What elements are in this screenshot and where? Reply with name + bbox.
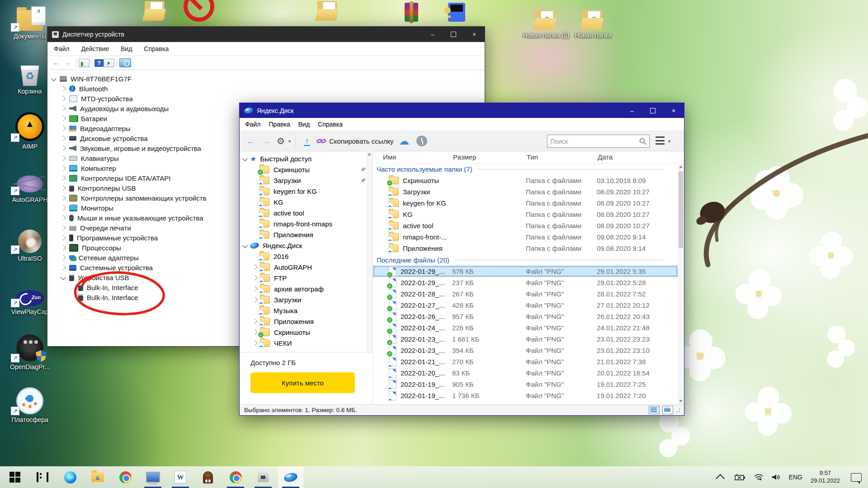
chevron-expanded-icon[interactable] [51, 76, 56, 81]
autograph-app[interactable] [195, 466, 221, 488]
input-panel-app[interactable] [30, 466, 55, 488]
menu-Вид[interactable]: Вид [121, 45, 132, 52]
help-button[interactable] [94, 59, 104, 67]
close-button[interactable]: × [663, 103, 684, 118]
desktop-icon-top[interactable] [302, 0, 354, 21]
folder-row[interactable]: ☁keygen for KGПапка с файлами08.09.2020 … [373, 197, 678, 209]
chevron-collapsed-icon[interactable] [61, 215, 66, 220]
file-row[interactable]: ✓2022-01-23_...394 КБФайл "PNG"23.01.202… [373, 345, 678, 356]
maximize-button[interactable] [443, 27, 464, 42]
sidebar-item[interactable]: ☁Приложения [240, 316, 373, 327]
scroll-up-icon[interactable] [368, 153, 371, 155]
tray-expand-chevron-icon[interactable] [716, 474, 725, 483]
chevron-collapsed-icon[interactable] [252, 264, 257, 269]
battery-icon[interactable] [735, 474, 745, 480]
desktop-icon-platosfera[interactable]: ↗Платосфера [4, 386, 56, 423]
chevron-collapsed-icon[interactable] [61, 136, 66, 141]
folder-row[interactable]: ☁KGПапка с файлами08.09.2020 10:27 [373, 209, 678, 220]
resize-grip[interactable] [676, 408, 680, 413]
sidebar-item[interactable]: ☁Музыка [240, 305, 373, 316]
clock[interactable]: 9:57 29.01.2022 [811, 469, 840, 485]
chevron-collapsed-icon[interactable] [61, 265, 66, 270]
chevron-collapsed-icon[interactable] [61, 145, 66, 150]
keyboard-language-indicator[interactable]: ENG [789, 474, 802, 481]
chevron-collapsed-icon[interactable] [61, 235, 66, 240]
action-window-button[interactable] [104, 59, 114, 67]
wifi-icon[interactable] [754, 474, 764, 481]
sidebar-item[interactable]: ✓Скриншоты [240, 164, 373, 175]
chevron-collapsed-icon[interactable] [252, 297, 257, 302]
chevron-collapsed-icon[interactable] [61, 255, 66, 260]
menu-Действие[interactable]: Действие [81, 45, 109, 52]
speaker-icon[interactable] [772, 474, 781, 481]
chevron-collapsed-icon[interactable] [61, 155, 66, 160]
file-row[interactable]: ✓2022-01-23_...1 681 КБФайл "PNG"23.01.2… [373, 333, 678, 345]
forward-button[interactable]: → [259, 136, 274, 146]
collapse-chevron-icon[interactable] [668, 258, 672, 262]
view-mode-caret-icon[interactable]: ▾ [668, 139, 670, 144]
scroll-down-icon[interactable] [679, 400, 683, 403]
yandex-disk-app[interactable] [278, 466, 303, 488]
chrome-browser[interactable] [113, 466, 138, 488]
chevron-collapsed-icon[interactable] [61, 86, 66, 91]
file-row[interactable]: ✓2022-01-27_...428 КБФайл "PNG"27.01.202… [373, 300, 678, 311]
gear-dropdown-caret-icon[interactable]: ▾ [288, 139, 291, 144]
start-button[interactable] [2, 466, 28, 488]
copy-link-icon[interactable] [314, 137, 329, 145]
chevron-collapsed-icon[interactable] [61, 175, 66, 180]
sidebar-item[interactable]: ✓Скриншоты [240, 327, 373, 338]
chevron-expanded-icon[interactable] [242, 243, 247, 248]
column-header-Дата[interactable]: Дата [597, 153, 684, 161]
sidebar-item[interactable]: ☁2016 [240, 251, 373, 262]
chevron-expanded-icon[interactable] [242, 156, 247, 161]
sidebar-item[interactable]: ☁AutoGRAPH [240, 262, 373, 272]
file-row[interactable]: ✓2022-01-29_...576 КБФайл "PNG"29.01.202… [373, 266, 678, 277]
scrollbar-thumb[interactable] [679, 171, 683, 248]
cloud-sync-icon[interactable]: ☁ [396, 135, 412, 147]
menu-Файл[interactable]: Файл [54, 45, 69, 52]
chevron-collapsed-icon[interactable] [252, 275, 257, 280]
folder-row[interactable]: ☁ЗагрузкиПапка с файлами08.09.2020 10:27 [373, 186, 678, 197]
chevron-collapsed-icon[interactable] [61, 106, 66, 111]
buy-space-button[interactable]: Купить место [250, 372, 355, 393]
folder-row[interactable]: ☁ПриложенияПапка с файлами09.08.2020 9:1… [373, 243, 678, 254]
chevron-collapsed-icon[interactable] [252, 329, 257, 334]
sidebar-item[interactable]: ☁active tool [240, 207, 373, 218]
device-tree-item[interactable]: MTD-устройства [47, 94, 485, 103]
sidebar-item[interactable]: ☁KG [240, 197, 373, 207]
minimize-button[interactable]: – [422, 27, 443, 42]
sidebar-item[interactable]: ☁nmaps-front-nmaps [240, 218, 373, 229]
menu-Справка[interactable]: Справка [144, 45, 169, 52]
device-manager-app[interactable] [250, 466, 276, 488]
folder-row[interactable]: ☁nmaps-front-...Папка с файлами09.08.202… [373, 231, 678, 243]
file-explorer[interactable] [85, 466, 110, 488]
scroll-up-icon[interactable] [679, 165, 683, 168]
sidebar-item[interactable]: ☁Загрузки [240, 175, 373, 186]
close-button[interactable]: × [464, 27, 485, 42]
sidebar-item[interactable]: ☁FTP [240, 272, 373, 283]
file-row[interactable]: ☁2022-01-19_...1 736 КБФайл "PNG"19.01.2… [373, 390, 678, 401]
back-button[interactable] [50, 58, 62, 68]
show-window-button[interactable] [79, 59, 90, 67]
desktop-icon-new-folder[interactable]: ⚙Новая папка (2) [520, 2, 572, 39]
chevron-collapsed-icon[interactable] [61, 96, 66, 101]
chevron-collapsed-icon[interactable] [61, 165, 66, 170]
device-tree-item[interactable]: WIN-8T76BEF1G7F [47, 74, 485, 84]
scan-hardware-button[interactable] [119, 58, 131, 67]
menu-Файл[interactable]: Файл [245, 121, 260, 128]
chevron-collapsed-icon[interactable] [61, 185, 66, 190]
device-manager-titlebar[interactable]: Диспетчер устройств –× [47, 27, 485, 42]
chevron-collapsed-icon[interactable] [252, 319, 257, 324]
chevron-collapsed-icon[interactable] [61, 205, 66, 210]
desktop-icon-top[interactable] [173, 0, 225, 22]
menu-Вид[interactable]: Вид [298, 121, 310, 128]
device-tree-item[interactable]: Bluetooth [47, 84, 485, 94]
chevron-collapsed-icon[interactable] [61, 116, 66, 121]
list-view-button[interactable] [649, 406, 660, 414]
sidebar-section-quick-access[interactable]: ★Быстрый доступ [240, 153, 373, 164]
search-input[interactable] [547, 138, 639, 145]
history-clock-icon[interactable] [416, 136, 427, 146]
forward-button[interactable] [62, 58, 74, 68]
chevron-expanded-icon[interactable] [61, 275, 66, 280]
desktop-icon-top[interactable] [430, 0, 483, 22]
